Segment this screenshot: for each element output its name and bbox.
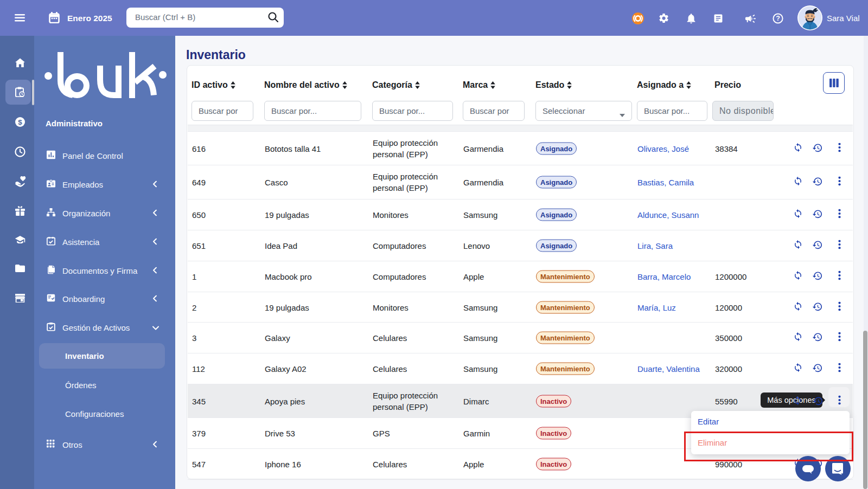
svg-text:$: $	[18, 118, 22, 126]
svg-text:?: ?	[776, 15, 780, 22]
